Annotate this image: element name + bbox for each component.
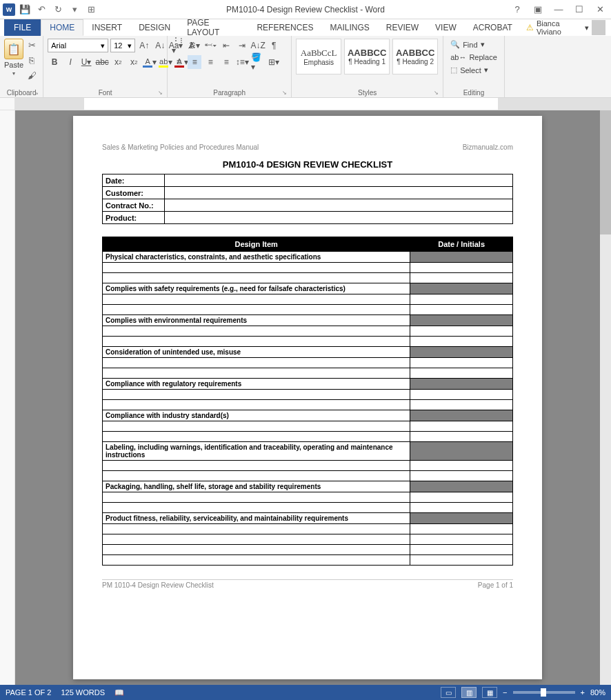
print-layout-icon[interactable]: ▥ <box>461 687 477 698</box>
account-area[interactable]: ⚠ Bianca Viviano ▾ <box>521 19 611 36</box>
minimize-icon[interactable]: — <box>550 1 567 18</box>
vertical-ruler[interactable] <box>0 110 15 685</box>
dialog-launcher-icon[interactable]: ↘ <box>434 90 439 96</box>
underline-button[interactable]: U▾ <box>79 55 93 69</box>
read-mode-icon[interactable]: ▭ <box>441 687 456 698</box>
titlebar: W 💾 ↶ ↻ ▾ ⊞ PM1010-4 Design Review Check… <box>0 0 611 19</box>
superscript-button[interactable]: x2 <box>127 55 141 69</box>
status-page[interactable]: PAGE 1 OF 2 <box>6 688 51 697</box>
qat-more-icon[interactable]: ▾ <box>68 3 81 17</box>
tab-file[interactable]: FILE <box>4 19 41 36</box>
find-button[interactable]: 🔍Find ▾ <box>448 39 487 50</box>
tab-mailings[interactable]: MAILINGS <box>321 19 377 36</box>
numbering-icon[interactable]: 1⁝▾ <box>188 39 201 52</box>
touch-mode-icon[interactable]: ⊞ <box>84 3 98 17</box>
zoom-level[interactable]: 80% <box>590 688 605 697</box>
show-marks-icon[interactable]: ¶ <box>267 39 281 52</box>
account-dropdown-icon: ▾ <box>585 23 589 32</box>
cursor-icon: ⬚ <box>450 66 457 74</box>
style--heading-2[interactable]: AABBCC¶ Heading 2 <box>392 39 438 74</box>
zoom-out-icon[interactable]: − <box>503 688 507 697</box>
paste-button[interactable]: 📋 Paste ▾ <box>4 39 23 77</box>
shrink-font-icon[interactable]: A↓ <box>153 39 167 52</box>
page-footer-right: Page 1 of 1 <box>478 581 513 589</box>
table-row: Complies with safety requirements (e.g.,… <box>103 283 410 294</box>
sort-icon[interactable]: A↓Z <box>251 39 265 52</box>
decrease-indent-icon[interactable]: ⇤ <box>219 39 233 52</box>
help-icon[interactable]: ? <box>509 1 525 18</box>
group-paragraph: ⋮⁝▾ 1⁝▾ ⬻▾ ⇤ ⇥ A↓Z ¶ ≡ ≡ ≡ ≡ ↕≡▾ 🪣▾ ⊞▾ P… <box>168 36 292 97</box>
page-header-right: Bizmanualz.com <box>463 143 513 151</box>
group-clipboard: 📋 Paste ▾ ✂ ⎘ 🖌 Clipboard↘ <box>0 36 43 97</box>
italic-button[interactable]: I <box>63 55 77 69</box>
redo-icon[interactable]: ↻ <box>51 3 65 17</box>
web-layout-icon[interactable]: ▦ <box>482 687 497 698</box>
tab-page-layout[interactable]: PAGE LAYOUT <box>179 19 248 36</box>
maximize-icon[interactable]: ☐ <box>571 1 588 18</box>
table-row: Product fitness, reliability, serviceabi… <box>103 513 410 524</box>
search-icon: 🔍 <box>450 40 460 49</box>
table-row: Compliance with regulatory requirements <box>103 379 410 390</box>
multilevel-icon[interactable]: ⬻▾ <box>203 39 217 52</box>
ribbon: 📋 Paste ▾ ✂ ⎘ 🖌 Clipboard↘ Arial▾ 12▾ A↑… <box>0 36 611 98</box>
save-icon[interactable]: 💾 <box>18 3 32 17</box>
table-row: Physical characteristics, constraints, a… <box>103 252 410 263</box>
zoom-slider[interactable] <box>513 691 575 694</box>
table-row: Complies with environmental requirements <box>103 315 410 326</box>
proofing-icon[interactable]: 📖 <box>114 688 124 697</box>
cut-icon[interactable]: ✂ <box>25 39 39 51</box>
line-spacing-icon[interactable]: ↕≡▾ <box>235 55 249 69</box>
text-effects-icon[interactable]: A▾ <box>143 55 157 69</box>
dialog-launcher-icon[interactable]: ↘ <box>158 90 163 96</box>
align-center-icon[interactable]: ≡ <box>188 55 201 69</box>
style-emphasis[interactable]: AaBbCcLEmphasis <box>296 39 341 74</box>
bullets-icon[interactable]: ⋮⁝▾ <box>172 39 186 52</box>
font-size-select[interactable]: 12▾ <box>110 39 135 52</box>
scrollbar-thumb[interactable] <box>600 110 611 234</box>
dialog-launcher-icon[interactable]: ↘ <box>34 90 39 96</box>
table-row: Compliance with industry standard(s) <box>103 410 410 421</box>
align-left-icon[interactable]: ≡ <box>172 55 186 69</box>
account-name: Bianca Viviano <box>537 19 582 36</box>
horizontal-ruler[interactable] <box>0 98 611 110</box>
grow-font-icon[interactable]: A↑ <box>137 39 151 52</box>
warning-icon: ⚠ <box>526 23 534 32</box>
shading-icon[interactable]: 🪣▾ <box>251 55 265 69</box>
tab-view[interactable]: VIEW <box>427 19 465 36</box>
vertical-scrollbar[interactable] <box>600 110 611 685</box>
zoom-in-icon[interactable]: + <box>581 688 585 697</box>
quick-access-toolbar: W 💾 ↶ ↻ ▾ ⊞ <box>0 3 101 17</box>
close-icon[interactable]: ✕ <box>592 1 608 18</box>
align-right-icon[interactable]: ≡ <box>203 55 217 69</box>
undo-icon[interactable]: ↶ <box>34 3 48 17</box>
tab-design[interactable]: DESIGN <box>130 19 179 36</box>
borders-icon[interactable]: ⊞▾ <box>267 55 281 69</box>
word-icon: W <box>3 3 15 16</box>
increase-indent-icon[interactable]: ⇥ <box>235 39 249 52</box>
table-row: Packaging, handling, shelf life, storage… <box>103 481 410 492</box>
info-table: Date: Customer: Contract No.: Product: <box>102 174 513 224</box>
replace-button[interactable]: ab↔Replace <box>448 52 500 63</box>
bold-button[interactable]: B <box>48 55 61 69</box>
dialog-launcher-icon[interactable]: ↘ <box>282 90 287 96</box>
style--heading-1[interactable]: AABBCC¶ Heading 1 <box>344 39 390 74</box>
ribbon-tabs: FILE HOME INSERT DESIGN PAGE LAYOUT REFE… <box>0 19 611 36</box>
tab-insert[interactable]: INSERT <box>83 19 130 36</box>
replace-icon: ab↔ <box>450 53 466 61</box>
tab-home[interactable]: HOME <box>41 19 83 36</box>
tab-references[interactable]: REFERENCES <box>248 19 321 36</box>
subscript-button[interactable]: x2 <box>111 55 125 69</box>
justify-icon[interactable]: ≡ <box>219 55 233 69</box>
document-canvas[interactable]: Sales & Marketing Policies and Procedure… <box>15 110 600 685</box>
select-button[interactable]: ⬚Select ▾ <box>448 64 491 76</box>
tab-acrobat[interactable]: ACROBAT <box>465 19 521 36</box>
ribbon-options-icon[interactable]: ▣ <box>530 1 546 18</box>
format-painter-icon[interactable]: 🖌 <box>25 69 39 81</box>
copy-icon[interactable]: ⎘ <box>25 54 39 66</box>
group-styles: AaBbCcLEmphasisAABBCC¶ Heading 1AABBCC¶ … <box>292 36 443 97</box>
font-name-select[interactable]: Arial▾ <box>48 39 108 52</box>
strikethrough-button[interactable]: abc <box>95 55 109 69</box>
status-words[interactable]: 125 WORDS <box>61 688 105 697</box>
tab-review[interactable]: REVIEW <box>378 19 427 36</box>
group-font: Arial▾ 12▾ A↑ A↓ Aa▾ A̸ B I U▾ abc x2 x2… <box>43 36 168 97</box>
